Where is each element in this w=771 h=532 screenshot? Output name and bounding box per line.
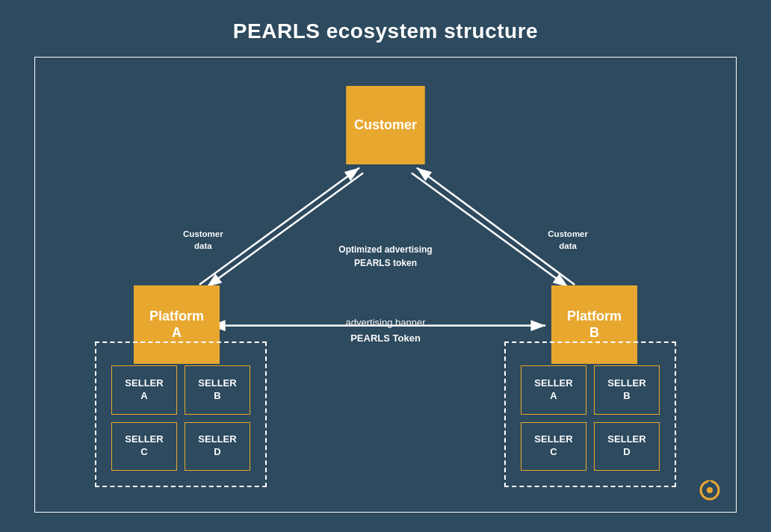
svg-line-6: [412, 173, 568, 286]
platform-b-label: PlatformB: [567, 309, 622, 341]
list-item: SELLERD: [185, 422, 250, 471]
customer-box: Customer: [347, 86, 425, 164]
customer-label: Customer: [354, 117, 417, 133]
advertising-banner-label: advertising banner PEARLS Token: [346, 315, 426, 347]
optimized-advertising-label: Optimized advertising PEARLS token: [338, 243, 432, 270]
svg-line-4: [207, 173, 363, 286]
sellers-b-container: SELLERA SELLERB SELLERC SELLERD: [504, 341, 676, 487]
list-item: SELLERC: [521, 422, 586, 471]
logo: [699, 479, 721, 501]
outer-container: PEARLS ecosystem structure: [27, 19, 744, 513]
platform-a-label: PlatformA: [149, 309, 204, 341]
customer-data-left-label: Customer data: [183, 228, 223, 252]
customer-data-right-label: Customer data: [548, 228, 588, 252]
sellers-a-container: SELLERA SELLERB SELLERC SELLERD: [95, 341, 267, 487]
seller-a-grid: SELLERA SELLERB SELLERC SELLERD: [96, 343, 265, 486]
pearls-token-label: PEARLS Token: [350, 332, 421, 344]
list-item: SELLERA: [521, 365, 586, 415]
list-item: SELLERB: [594, 365, 660, 415]
list-item: SELLERD: [594, 422, 660, 471]
svg-line-7: [417, 168, 575, 285]
diagram-box: Customer PlatformA PlatformB SELLERA SEL…: [34, 57, 737, 513]
list-item: SELLERB: [185, 365, 250, 415]
svg-point-10: [707, 487, 713, 493]
svg-line-5: [199, 168, 359, 285]
page-title: PEARLS ecosystem structure: [233, 19, 538, 43]
seller-b-grid: SELLERA SELLERB SELLERC SELLERD: [506, 343, 675, 486]
list-item: SELLERA: [111, 365, 177, 415]
list-item: SELLERC: [111, 422, 177, 471]
